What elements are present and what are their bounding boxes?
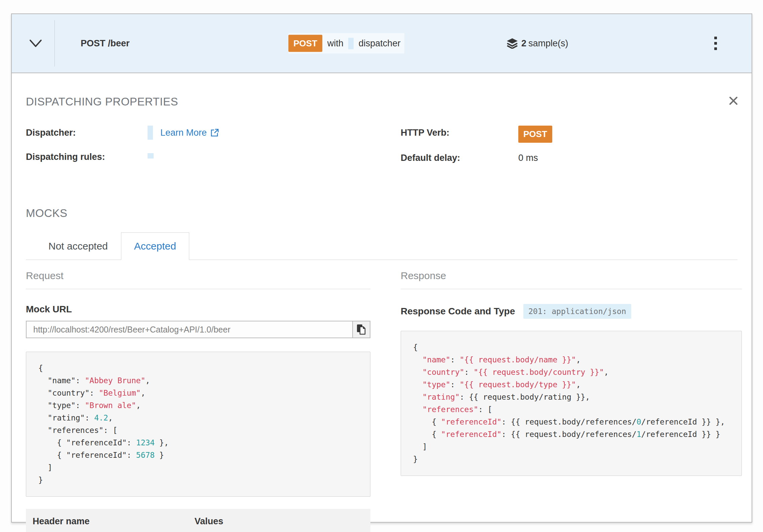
tab-not-accepted[interactable]: Not accepted [35, 232, 121, 260]
values-column: Values [188, 509, 370, 532]
operation-header: POST /beer POST with dispatcher 2 sample… [12, 14, 752, 73]
samples-label: sample(s) [528, 38, 568, 49]
http-verb-row: HTTP Verb: POST [401, 126, 742, 143]
close-icon[interactable] [728, 95, 739, 106]
dispatching-rules-chip [148, 153, 154, 159]
dispatcher-label: Dispatcher: [26, 126, 148, 138]
samples-indicator: 2 sample(s) [507, 38, 568, 49]
response-body-code: { "name": "{{ request.body/name }}", "co… [401, 331, 742, 476]
default-delay-row: Default delay: 0 ms [401, 151, 742, 167]
request-title: Request [26, 270, 370, 289]
mock-url-group [26, 321, 370, 338]
copy-icon [356, 324, 366, 335]
copy-button[interactable] [352, 321, 370, 338]
dispatching-rules-row: Dispatching rules: [26, 150, 370, 166]
samples-count: 2 [521, 38, 526, 49]
dispatching-left-col: Dispatcher: Learn More [26, 126, 370, 175]
header-divider [54, 20, 55, 66]
mock-url-input[interactable] [27, 321, 352, 338]
default-delay-value: 0 ms [518, 151, 538, 163]
default-delay-label: Default delay: [401, 151, 518, 163]
response-column: Response Response Code and Type 201: app… [401, 270, 742, 532]
request-column: Request Mock URL { "name" [26, 270, 370, 532]
layers-icon [507, 38, 518, 49]
request-body-code: { "name": "Abbey Brune", "country": "Bel… [26, 352, 370, 497]
dispatch-summary: POST with dispatcher [288, 33, 404, 54]
http-verb-badge: POST [518, 126, 552, 143]
mocks-title: MOCKS [26, 207, 737, 220]
http-verb-label: HTTP Verb: [401, 126, 518, 138]
operation-title: POST /beer [81, 38, 130, 49]
header-name-column: Header name [26, 509, 188, 532]
learn-more-link[interactable]: Learn More [160, 128, 219, 138]
operation-body: DISPATCHING PROPERTIES Dispatcher: Learn… [12, 73, 752, 532]
external-link-icon [210, 128, 219, 137]
response-title: Response [401, 270, 742, 289]
tab-accepted[interactable]: Accepted [121, 232, 189, 260]
response-code-badge: 201: application/json [523, 304, 631, 319]
kebab-menu-icon[interactable] [712, 34, 720, 53]
request-headers-table: Header name Values Content-Typeapplicati… [26, 509, 370, 532]
learn-more-label: Learn More [160, 128, 207, 138]
with-text: with [327, 38, 344, 49]
dispatching-right-col: HTTP Verb: POST Default delay: 0 ms [401, 126, 742, 175]
dispatching-properties-title: DISPATCHING PROPERTIES [26, 95, 737, 108]
mocks-tabs: Not accepted Accepted [26, 232, 737, 260]
method-badge: POST [288, 35, 322, 52]
dispatcher-chip [348, 38, 354, 49]
dispatching-rules-label: Dispatching rules: [26, 150, 148, 162]
dispatcher-row: Dispatcher: Learn More [26, 126, 370, 142]
operation-card: POST /beer POST with dispatcher 2 sample… [11, 13, 752, 523]
response-code-row: Response Code and Type 201: application/… [401, 304, 742, 319]
dispatcher-text: dispatcher [359, 38, 401, 49]
dispatcher-value-chip [148, 126, 153, 140]
mock-url-label: Mock URL [26, 304, 370, 315]
response-code-label: Response Code and Type [401, 306, 523, 317]
headers-table-head-row: Header name Values [26, 509, 370, 532]
dispatching-grid: Dispatcher: Learn More [26, 126, 737, 175]
mock-columns: Request Mock URL { "name" [26, 270, 737, 532]
chevron-down-icon[interactable] [29, 39, 42, 48]
